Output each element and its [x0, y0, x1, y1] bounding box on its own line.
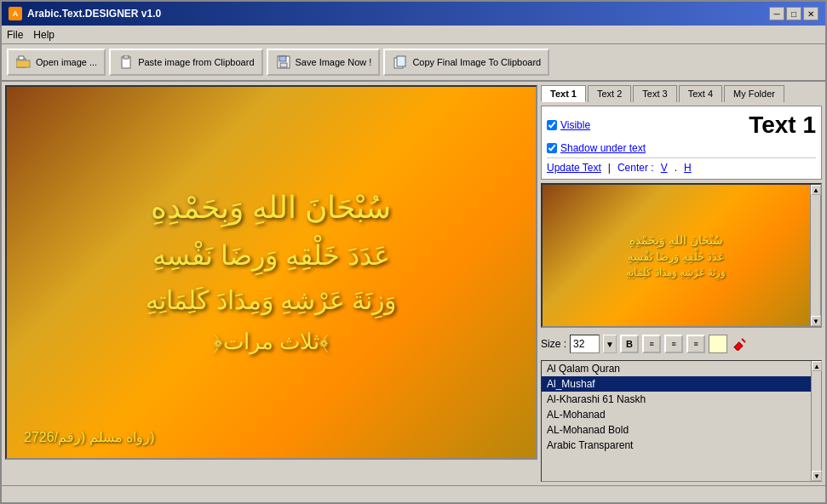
svg-rect-7 [280, 63, 287, 67]
size-dropdown[interactable]: ▼ [603, 335, 617, 353]
canvas-image: سُبْحَانَ اللهِ وَبِحَمْدِهِ عَدَدَ خَلْ… [7, 87, 536, 458]
tab-text4[interactable]: Text 4 [679, 85, 722, 102]
main-window: A Arabic.Text.DESIGNER v1.0 ─ □ ✕ File H… [0, 0, 827, 504]
menu-help[interactable]: Help [33, 29, 55, 41]
update-text-link[interactable]: Update Text [547, 162, 601, 174]
visible-checkbox[interactable] [547, 120, 557, 130]
copy-clipboard-button[interactable]: Copy Final Image To Clipboard [383, 49, 549, 76]
center-v-link[interactable]: V [661, 162, 668, 174]
save-image-button[interactable]: Save Image Now ! [267, 49, 381, 76]
paste-icon [118, 54, 135, 71]
preview-box: سُبْحَانَ اللهِ وَبِحَمْدِهِ عَدَدَ خَلْ… [543, 185, 810, 326]
canvas-line4: ﴾ثلاث مرات﴿ [213, 329, 330, 355]
align-right-button[interactable]: ≡ [686, 335, 705, 353]
tab-text2[interactable]: Text 2 [588, 85, 631, 102]
preview-scrollbar: ▲ ▼ [810, 185, 820, 326]
font-list-scrollbar: ▲ ▼ [811, 361, 821, 481]
open-image-button[interactable]: Open image ... [7, 49, 106, 76]
svg-rect-2 [16, 60, 30, 67]
update-row: Update Text | Center : V . H [547, 158, 816, 174]
menu-bar: File Help [2, 26, 825, 44]
shadow-checkbox[interactable] [547, 143, 557, 153]
preview-line2: عَدَدَ خَلْقِهِ وَرِضَا نَفْسِهِ [628, 250, 726, 263]
app-icon: A [9, 7, 22, 20]
save-button-label: Save Image Now ! [296, 57, 372, 67]
title-buttons: ─ □ ✕ [769, 7, 818, 20]
font-item-arabic-transparent[interactable]: Arabic Transparent [542, 438, 811, 453]
eyedropper-button[interactable] [731, 335, 749, 353]
size-input[interactable] [570, 335, 600, 353]
preview-scroll-track [811, 195, 820, 316]
svg-rect-6 [279, 56, 286, 61]
center-label: Center : [617, 162, 654, 174]
preview-scroll-up[interactable]: ▲ [811, 185, 821, 195]
copy-button-label: Copy Final Image To Clipboard [412, 57, 541, 67]
size-label: Size : [541, 338, 566, 350]
tabs-bar: Text 1 Text 2 Text 3 Text 4 My Folder [541, 85, 822, 102]
font-item-almohanad[interactable]: AL-Mohanad [542, 407, 811, 422]
shadow-row: Shadow under text [547, 142, 816, 154]
font-item-alqalam[interactable]: Al Qalam Quran [542, 361, 811, 376]
right-panel: Text 1 Text 2 Text 3 Text 4 My Folder [541, 85, 822, 482]
title-bar: A Arabic.Text.DESIGNER v1.0 ─ □ ✕ [2, 2, 825, 26]
font-item-alkharashi[interactable]: Al-Kharashi 61 Naskh [542, 392, 811, 407]
menu-file[interactable]: File [7, 29, 23, 41]
font-list: Al Qalam Quran Al_Mushaf Al-Kharashi 61 … [542, 361, 811, 481]
align-left-button[interactable]: ≡ [642, 335, 661, 353]
canvas-line2: عَدَدَ خَلْقِهِ وَرِضَا نَفْسِهِ [152, 239, 390, 272]
tab-myfolder[interactable]: My Folder [724, 85, 784, 102]
open-button-label: Open image ... [36, 57, 97, 67]
canvas-line3: وَزِنَةَ عَرْشِهِ وَمِدَادَ كَلِمَاتِهِ [146, 285, 396, 315]
save-icon [275, 54, 292, 71]
tab-text3[interactable]: Text 3 [633, 85, 676, 102]
maximize-button[interactable]: □ [786, 7, 801, 20]
visible-label[interactable]: Visible [560, 119, 590, 131]
svg-line-10 [742, 339, 745, 342]
controls-row: Size : ▼ B ≡ ≡ ≡ [541, 331, 822, 357]
open-icon [15, 54, 32, 71]
align-center-button[interactable]: ≡ [664, 335, 683, 353]
tab-content: Visible Text 1 Shadow under text Update … [541, 106, 822, 180]
font-item-almushaf[interactable]: Al_Mushaf [542, 376, 811, 392]
preview-scroll-down[interactable]: ▼ [811, 316, 821, 326]
paste-button-label: Paste image from Clipboard [138, 57, 254, 67]
preview-line1: سُبْحَانَ اللهِ وَبِحَمْدِهِ [629, 233, 723, 247]
minimize-button[interactable]: ─ [769, 7, 784, 20]
preview-area: سُبْحَانَ اللهِ وَبِحَمْدِهِ عَدَدَ خَلْ… [541, 183, 822, 328]
canvas-credit: (رواه مسلم (رقم/2726 [24, 429, 155, 445]
toolbar: Open image ... Paste image from Clipboar… [2, 44, 825, 82]
canvas-line1: سُبْحَانَ اللهِ وَبِحَمْدِهِ [151, 190, 391, 226]
bold-button[interactable]: B [620, 335, 639, 353]
svg-rect-11 [734, 342, 743, 351]
canvas-area: سُبْحَانَ اللهِ وَبِحَمْدِهِ عَدَدَ خَلْ… [5, 85, 537, 460]
font-scroll-track [812, 371, 821, 471]
color-picker[interactable] [709, 335, 727, 353]
window-title: Arabic.Text.DESIGNER v1.0 [27, 8, 161, 20]
preview-line3: وَزِنَةَ عَرْشِهِ وَمِدَادَ كَلِمَاتِهِ [626, 266, 726, 278]
shadow-label[interactable]: Shadow under text [560, 142, 646, 154]
svg-rect-4 [123, 55, 129, 59]
font-scroll-up[interactable]: ▲ [812, 361, 822, 371]
center-h-link[interactable]: H [684, 162, 692, 174]
visible-row: Visible Text 1 [547, 112, 816, 139]
paste-clipboard-button[interactable]: Paste image from Clipboard [109, 49, 262, 76]
tab-text1[interactable]: Text 1 [541, 85, 586, 102]
font-item-almohanad-bold[interactable]: AL-Mohanad Bold [542, 422, 811, 438]
copy-icon [392, 54, 409, 71]
svg-rect-1 [19, 56, 24, 60]
text-preview-label: Text 1 [749, 112, 816, 139]
status-bar [2, 485, 825, 502]
main-content: سُبْحَانَ اللهِ وَبِحَمْدِهِ عَدَدَ خَلْ… [2, 82, 825, 485]
svg-rect-9 [397, 56, 405, 66]
font-list-container: Al Qalam Quran Al_Mushaf Al-Kharashi 61 … [541, 360, 822, 482]
font-scroll-down[interactable]: ▼ [812, 471, 822, 481]
close-button[interactable]: ✕ [803, 7, 818, 20]
